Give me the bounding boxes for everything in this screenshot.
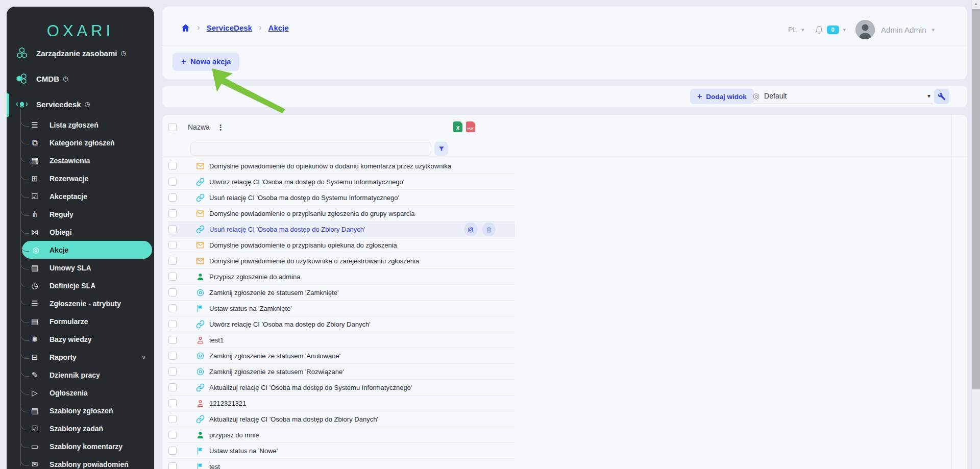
sidebar-subitem-definicje-sla[interactable]: ◷ Definicje SLA (7, 277, 154, 294)
sidebar-subitem-kategorie-zgłoszeń[interactable]: ⧉ Kategorie zgłoszeń (7, 134, 154, 152)
row-type-icon (196, 178, 205, 186)
sidebar-subitem-akceptacje[interactable]: ☑ Akceptacje (7, 187, 154, 205)
table-row[interactable]: Utwórz relację CI 'Osoba ma dostęp do Zb… (168, 316, 515, 332)
home-icon[interactable] (181, 23, 190, 33)
row-checkbox[interactable] (168, 415, 177, 423)
table-row[interactable]: Domyślne powiadomienie do opiekunów o do… (168, 158, 515, 174)
export-pdf-icon[interactable]: PDF (466, 121, 475, 132)
row-checkbox[interactable] (168, 162, 177, 170)
row-checkbox[interactable] (168, 304, 177, 312)
breadcrumb-servicedesk[interactable]: ServiceDesk (207, 23, 252, 32)
table-row[interactable]: Ustaw status na 'Zamknięte' (168, 301, 515, 316)
sidebar-subitem-szablony-komentarzy[interactable]: ▭ Szablony komentarzy (7, 437, 154, 455)
subitem-label: Ogłoszenia (50, 389, 88, 397)
row-checkbox[interactable] (168, 209, 177, 217)
sidebar-subitem-akcje[interactable]: ◎ Akcje (22, 241, 152, 259)
row-checkbox[interactable] (168, 288, 177, 297)
table-row[interactable]: Usuń relację CI 'Osoba ma dostęp do Zbio… (168, 221, 515, 237)
row-checkbox[interactable] (168, 352, 177, 360)
sidebar-subitem-lista-zgłoszeń[interactable]: ☰ Lista zgłoszeń (7, 116, 154, 134)
table-row[interactable]: test1 (168, 332, 515, 348)
sidebar-subitem-obiegi[interactable]: ⋈ Obiegi (7, 223, 154, 241)
action-name: Przypisz zgłoszenie do admina (209, 273, 300, 281)
sidebar-subitem-raporty[interactable]: ⊟ Raporty ∨ (7, 348, 154, 366)
sidebar-subitem-formularze[interactable]: ▤ Formularze (7, 312, 154, 330)
table-row[interactable]: Zamknij zgłoszenie ze statusem 'Rozwiąza… (168, 364, 515, 380)
row-checkbox[interactable] (168, 431, 177, 439)
add-view-button[interactable]: + Dodaj widok (690, 89, 754, 104)
sidebar-subitem-szablony-zgłoszeń[interactable]: ▤ Szablony zgłoszeń (7, 402, 154, 419)
table-row[interactable]: 1212321321 (168, 396, 515, 411)
view-icon: ◎ (753, 91, 760, 101)
sidebar-subitem-szablony-powiadomień[interactable]: ✉ Szablony powiadomień (7, 455, 154, 469)
table-row[interactable]: Domyślne powiadomienie o przypisaniu opi… (168, 237, 515, 253)
row-checkbox[interactable] (168, 462, 177, 469)
vertical-scrollbar[interactable]: ▲ (971, 0, 980, 469)
sidebar-subitem-bazy-wiedzy[interactable]: ✺ Bazy wiedzy (7, 330, 154, 348)
table-row[interactable]: Domyślne powiadomienie do użytkownika o … (168, 253, 515, 269)
row-checkbox[interactable] (168, 193, 177, 202)
subitem-label: Definicje SLA (50, 282, 95, 290)
table-row[interactable]: Utwórz relację CI 'Osoba ma dostęp do Sy… (168, 174, 515, 190)
oxari-logo: OXARI (7, 22, 154, 40)
scrollbar-thumb[interactable] (972, 9, 980, 389)
table-row[interactable]: Zamknij zgłoszenie ze statusem 'Anulowan… (168, 348, 515, 364)
row-checkbox[interactable] (168, 367, 177, 376)
row-checkbox[interactable] (168, 273, 177, 281)
table-row[interactable]: test (168, 459, 515, 469)
delete-button[interactable] (482, 223, 496, 236)
row-type-icon (196, 447, 205, 455)
sidebar-item-cmdb[interactable]: CMDB ◷ (7, 68, 154, 89)
table-row[interactable]: Domyślne powiadomienie o przypisaniu zgł… (168, 206, 515, 221)
row-type-icon (196, 399, 205, 408)
filter-input[interactable] (190, 142, 431, 156)
breadcrumb-akcje[interactable]: Akcje (268, 23, 289, 32)
sidebar-subitem-umowy-sla[interactable]: ▤ Umowy SLA (7, 259, 154, 277)
export-excel-icon[interactable]: X (453, 121, 462, 132)
table-row[interactable]: Przypisz zgłoszenie do admina (168, 269, 515, 285)
subitem-label: Akceptacje (50, 192, 87, 201)
row-checkbox[interactable] (168, 447, 177, 455)
table-row[interactable]: Zamknij zgłoszenie ze statusem 'Zamknięt… (168, 285, 515, 301)
sidebar-subitem-zgłoszenie-atrybuty[interactable]: ☰ Zgłoszenie - atrybuty (7, 294, 154, 312)
edit-button[interactable] (464, 223, 478, 236)
table-row[interactable]: Aktualizuj relację CI 'Osoba ma dostęp d… (168, 411, 515, 427)
sidebar-item-servicedesk[interactable]: Servicedesk ◷ (7, 93, 154, 115)
table-row[interactable]: Ustaw status na 'Nowe' (168, 443, 515, 459)
new-action-button[interactable]: + Nowa akcja (173, 53, 239, 71)
row-checkbox[interactable] (168, 225, 177, 233)
view-select[interactable]: ◎ Default ▾ (753, 88, 933, 104)
row-type-icon (196, 352, 205, 360)
user-name[interactable]: Admin Admin (881, 26, 926, 34)
view-settings-button[interactable] (934, 89, 949, 104)
row-checkbox[interactable] (168, 383, 177, 391)
table-row[interactable]: Usuń relację CI 'Osoba ma dostęp do Syst… (168, 190, 515, 206)
header-divider (162, 45, 967, 45)
sidebar-subitem-ogłoszenia[interactable]: ▷ Ogłoszenia (7, 384, 154, 402)
filter-button[interactable] (434, 142, 448, 156)
sidebar-subitem-szablony-zadań[interactable]: ☑ Szablony zadań (7, 419, 154, 437)
notifications-button[interactable]: 0 ▾ (815, 25, 847, 35)
sidebar-subitem-zestawienia[interactable]: ▦ Zestawienia (7, 152, 154, 169)
row-checkbox[interactable] (168, 320, 177, 328)
subitem-icon: ⋔ (29, 210, 40, 219)
row-checkbox[interactable] (168, 336, 177, 344)
avatar[interactable] (855, 20, 875, 39)
row-checkbox[interactable] (168, 257, 177, 265)
sidebar-subitem-reguły[interactable]: ⋔ Reguły (7, 205, 154, 223)
subitem-label: Dziennik pracy (50, 371, 100, 379)
row-checkbox[interactable] (168, 399, 177, 407)
sidebar-item-zarzadzanie-zasobami[interactable]: Zarządzanie zasobami ◷ (7, 42, 154, 64)
select-all-checkbox[interactable] (168, 123, 177, 131)
sidebar-subitem-rezerwacje[interactable]: ⊞ Rezerwacje (7, 169, 154, 187)
sidebar-subitem-dziennik-pracy[interactable]: ✎ Dziennik pracy (7, 366, 154, 384)
scrollbar-up-arrow[interactable]: ▲ (972, 2, 980, 6)
table-row[interactable]: przypisz do mnie (168, 427, 515, 443)
column-menu-icon[interactable]: ⋮ (217, 124, 225, 131)
table-row[interactable]: Aktualizuj relację CI 'Osoba ma dostęp d… (168, 380, 515, 396)
subitem-icon: ✺ (29, 335, 40, 344)
language-selector[interactable]: PL ▾ (788, 26, 805, 34)
row-checkbox[interactable] (168, 241, 177, 249)
row-checkbox[interactable] (168, 178, 177, 186)
subitem-label: Bazy wiedzy (50, 335, 91, 343)
